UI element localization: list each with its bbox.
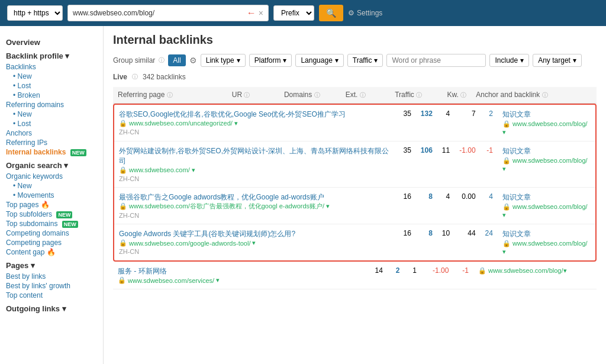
organic-search-label[interactable]: Organic search ▾ — [6, 161, 97, 170]
traffic-info-icon: ⓘ — [416, 92, 422, 98]
overview-label: Overview — [6, 38, 97, 47]
link-type-dropdown[interactable]: Link type ▾ — [201, 54, 246, 67]
prefix-select[interactable]: Prefix — [273, 5, 314, 21]
backlink-dropdown-icon[interactable]: ▾ — [502, 211, 506, 218]
cell-traffic: 7 — [454, 105, 480, 141]
referring-url-link[interactable]: www.sdwebseo.com/uncategorized/ — [129, 120, 233, 127]
subdomains-badge: NEW — [62, 221, 78, 228]
table-row: 谷歌SEO,Google优化排名,谷歌优化,Google Seo优化-外贸SEO… — [114, 105, 595, 141]
sidebar-item-top-subfolders[interactable]: Top subfolders NEW — [6, 210, 97, 218]
clear-icon[interactable]: × — [259, 8, 263, 18]
cell-domains: 106 — [416, 141, 437, 188]
cell-ur: 14 — [366, 262, 388, 289]
sidebar-item-top-content[interactable]: Top content — [6, 291, 97, 299]
sidebar-item-referring-ips[interactable]: Referring IPs — [6, 138, 97, 147]
sidebar-item-content-gap[interactable]: Content gap 🔥 — [6, 248, 97, 256]
referring-url-link[interactable]: www.sdwebseo.com/google-adwords-tool/ — [129, 240, 250, 247]
backlink-url-link[interactable]: www.sdwebseo.com/blog/ — [512, 157, 588, 164]
referring-page-title[interactable]: Google Adwords 关键字工具(谷歌关键词规划师)怎么用? — [119, 230, 295, 238]
backlink-dropdown-icon[interactable]: ▾ — [563, 267, 567, 274]
cell-anchor: 知识文章🔒 www.sdwebseo.com/blog/▾ — [498, 224, 595, 261]
pages-label[interactable]: Pages ▾ — [6, 261, 97, 270]
url-dropdown-icon[interactable]: ▾ — [216, 276, 220, 284]
sidebar-item-best-by-links-growth[interactable]: Best by links' growth — [6, 282, 97, 290]
all-filter-button[interactable]: All — [168, 54, 185, 66]
url-dropdown-icon[interactable]: ▾ — [234, 120, 238, 127]
backlink-url-link[interactable]: www.sdwebseo.com/blog/ — [512, 240, 588, 247]
cell-ext: 4 — [437, 187, 454, 224]
traffic-dropdown[interactable]: Traffic ▾ — [347, 54, 383, 67]
sidebar-item-referring-domains[interactable]: Referring domains — [6, 101, 97, 109]
backlink-url-link[interactable]: www.sdwebseo.com/blog/ — [512, 203, 588, 210]
cell-anchor: 知识文章🔒 www.sdwebseo.com/blog/▾ — [498, 187, 595, 224]
referring-url-link[interactable]: www.sdwebseo.com/services/ — [128, 277, 214, 284]
sidebar-item-lost[interactable]: Lost — [13, 82, 97, 90]
backlink-dropdown-icon[interactable]: ▾ — [502, 165, 506, 172]
anchor-link[interactable]: 知识文章 — [502, 230, 531, 238]
col-header-anchor: Anchor and backlink ⓘ — [471, 87, 597, 104]
sidebar-item-org-movements[interactable]: Movements — [13, 191, 97, 199]
organic-sub: New Movements — [6, 182, 97, 199]
top-bar: http + https ← × Prefix 🔍 ⚙ Settings — [0, 0, 606, 26]
url-dropdown-icon[interactable]: ▾ — [192, 166, 195, 174]
backlink-url: 🔒 www.sdwebseo.com/blog/▾ — [502, 203, 588, 218]
settings-button[interactable]: ⚙ Settings — [348, 9, 382, 17]
backlink-url: 🔒 www.sdwebseo.com/blog/▾ — [478, 267, 567, 274]
backlink-dropdown-icon[interactable]: ▾ — [502, 248, 506, 255]
sidebar-item-backlinks[interactable]: Backlinks — [6, 63, 97, 71]
backlink-url-link[interactable]: www.sdwebseo.com/blog/ — [512, 120, 588, 127]
ext-info-icon: ⓘ — [360, 92, 366, 98]
outgoing-links-label[interactable]: Outgoing links ▾ — [6, 304, 97, 313]
sidebar-item-ref-lost[interactable]: Lost — [13, 120, 97, 128]
url-dropdown-icon[interactable]: ▾ — [326, 202, 330, 210]
any-target-dropdown[interactable]: Any target ▾ — [533, 54, 582, 67]
sidebar-item-competing-pages[interactable]: Competing pages — [6, 239, 97, 247]
cell-traffic: -1.00 — [454, 141, 480, 188]
referring-page-title[interactable]: 谷歌SEO,Google优化排名,谷歌优化,Google Seo优化-外贸SEO… — [119, 110, 346, 118]
anchor-link[interactable]: 知识文章 — [502, 193, 531, 201]
backlinks-sub: New Lost Broken — [6, 72, 97, 99]
sidebar-item-top-pages[interactable]: Top pages 🔥 — [6, 201, 97, 209]
backlink-profile-label[interactable]: Backlink profile ▾ — [6, 51, 97, 60]
anchor-link[interactable]: 知识文章 — [502, 110, 531, 118]
sidebar-item-organic-keywords[interactable]: Organic keywords — [6, 172, 97, 181]
referring-page-title[interactable]: 最强谷歌广告之Google adwords教程，优化Google ad-word… — [119, 193, 324, 201]
referring-url-link[interactable]: www.sdwebseo.com/谷歌广告最强教程，优化googl e-adwo… — [129, 202, 324, 211]
main-layout: Overview Backlink profile ▾ Backlinks Ne… — [0, 26, 606, 364]
backlink-url-link[interactable]: www.sdwebseo.com/blog/ — [488, 267, 563, 274]
sidebar-item-ref-new[interactable]: New — [13, 110, 97, 118]
sidebar-item-org-new[interactable]: New — [13, 182, 97, 190]
referring-page-title[interactable]: 服务 - 环新网络 — [118, 267, 167, 275]
include-dropdown[interactable]: Include ▾ — [489, 54, 529, 67]
sidebar-item-broken[interactable]: Broken — [13, 91, 97, 99]
protocol-select[interactable]: http + https — [7, 5, 63, 21]
anchor-link[interactable]: 知识文章 — [502, 147, 531, 155]
referring-url-link[interactable]: www.sdwebseo.com/ — [129, 166, 190, 173]
sidebar-item-anchors[interactable]: Anchors — [6, 129, 97, 137]
url-input[interactable] — [73, 9, 244, 17]
lock-icon: 🔒 — [119, 166, 127, 174]
cell-anchor: 知识文章🔒 www.sdwebseo.com/blog/▾ — [498, 141, 595, 188]
sidebar-item-internal-backlinks[interactable]: Internal backlinks NEW — [6, 148, 97, 156]
sidebar-item-top-subdomains[interactable]: Top subdomains NEW — [6, 220, 97, 228]
language-dropdown[interactable]: Language ▾ — [295, 54, 343, 67]
traffic-chevron-icon: ▾ — [374, 56, 378, 65]
url-dropdown-icon[interactable]: ▾ — [252, 239, 256, 247]
filter-gear-icon[interactable]: ⚙ — [189, 56, 197, 65]
word-phrase-input[interactable] — [386, 54, 486, 67]
sidebar-item-new[interactable]: New — [13, 72, 97, 80]
any-target-chevron-icon: ▾ — [573, 56, 576, 65]
domains-info-icon: ⓘ — [314, 92, 320, 98]
cell-ur: 16 — [398, 187, 415, 224]
referring-page-title[interactable]: 外贸网站建设制作,谷歌外贸SEO,外贸网站设计-深圳、上海、青岛环新网络科技有限… — [119, 147, 389, 165]
sidebar-item-competing-domains[interactable]: Competing domains — [6, 229, 97, 237]
cell-anchor: 🔒 www.sdwebseo.com/blog/▾ — [473, 262, 597, 289]
backlink-dropdown-icon[interactable]: ▾ — [502, 128, 506, 136]
group-similar-info-icon: ⓘ — [159, 56, 165, 65]
platform-dropdown[interactable]: Platform ▾ — [249, 54, 292, 67]
lock-icon: 🔒 — [119, 120, 127, 127]
search-button[interactable]: 🔍 — [319, 5, 343, 21]
table-row: Google Adwords 关键字工具(谷歌关键词规划师)怎么用?🔒 www.… — [114, 224, 595, 261]
sidebar-item-best-by-links[interactable]: Best by links — [6, 272, 97, 281]
cell-traffic: 0.00 — [454, 187, 480, 224]
